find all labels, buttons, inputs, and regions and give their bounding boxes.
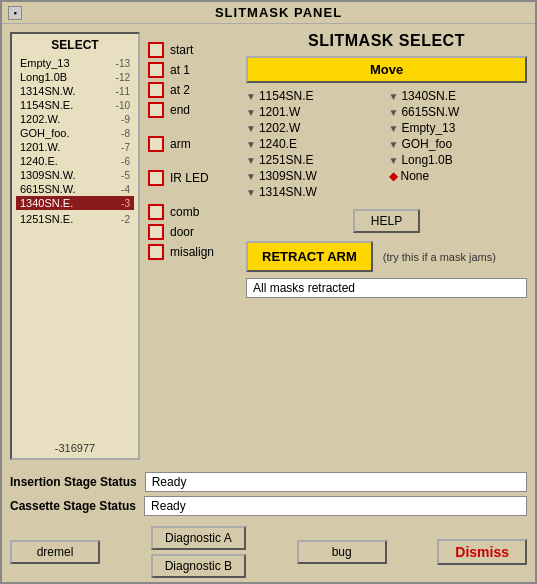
select-item[interactable]: 1309SN.W.-5 <box>16 168 134 182</box>
mask-item[interactable]: ▼GOH_foo <box>389 137 528 151</box>
mask-arrow: ▼ <box>389 123 399 134</box>
select-item-num: -10 <box>110 100 130 111</box>
checkbox-row-comb: comb <box>148 204 238 220</box>
diagnostic-a-button[interactable]: Diagnostic A <box>151 526 246 550</box>
select-item[interactable]: 1314SN.W.-11 <box>16 84 134 98</box>
select-item-num: -12 <box>110 72 130 83</box>
diagnostic-b-button[interactable]: Diagnostic B <box>151 554 246 578</box>
checkbox-arm[interactable] <box>148 136 164 152</box>
select-panel: SELECT Empty_13-13Long1.0B-121314SN.W.-1… <box>10 32 140 460</box>
select-item[interactable]: 1340SN.E.-3 <box>16 196 134 210</box>
select-item[interactable]: 6615SN.W.-4 <box>16 182 134 196</box>
select-item-num: -5 <box>110 170 130 181</box>
mask-item[interactable]: ▼Long1.0B <box>389 153 528 167</box>
dremel-button[interactable]: dremel <box>10 540 100 564</box>
select-item[interactable]: 1251SN.E.-2 <box>16 212 134 226</box>
select-bottom-num: -316977 <box>55 442 95 454</box>
checkbox-row-at1: at 1 <box>148 62 238 78</box>
checkbox-row-at2: at 2 <box>148 82 238 98</box>
mask-arrow: ▼ <box>389 91 399 102</box>
slitmask-panel-window: ▪ SLITMASK PANEL SELECT Empty_13-13Long1… <box>0 0 537 584</box>
checkbox-label-at1: at 1 <box>170 63 190 77</box>
window-icon[interactable]: ▪ <box>8 6 22 20</box>
mask-item[interactable]: ◆None <box>389 169 528 183</box>
title-bar: ▪ SLITMASK PANEL <box>2 2 535 24</box>
select-item-name: 1240.E. <box>20 155 110 167</box>
select-item-num: -9 <box>110 114 130 125</box>
checkbox-misalign[interactable] <box>148 244 164 260</box>
mask-arrow: ▼ <box>246 139 256 150</box>
mask-item[interactable]: ▼1251SN.E <box>246 153 385 167</box>
mask-arrow: ▼ <box>246 91 256 102</box>
checkbox-row-end: end <box>148 102 238 118</box>
select-list: Empty_13-13Long1.0B-121314SN.W.-111154SN… <box>16 56 134 440</box>
mask-name: 6615SN.W <box>401 105 459 119</box>
select-item-name: 1202.W. <box>20 113 110 125</box>
mask-grid: ▼1154SN.E▼1340SN.E▼1201.W▼6615SN.W▼1202.… <box>246 89 527 199</box>
select-item[interactable]: 1154SN.E.-10 <box>16 98 134 112</box>
retract-arm-button[interactable]: RETRACT ARM <box>246 241 373 272</box>
middle-panel: startat 1at 2endarmIR LEDcombdoormisalig… <box>148 32 238 460</box>
select-item[interactable]: 1240.E.-6 <box>16 154 134 168</box>
mask-item[interactable]: ▼1201.W <box>246 105 385 119</box>
checkbox-row-start: start <box>148 42 238 58</box>
mask-arrow: ▼ <box>389 155 399 166</box>
select-item-num: -8 <box>110 128 130 139</box>
select-item-name: 1309SN.W. <box>20 169 110 181</box>
select-item[interactable]: Empty_13-13 <box>16 56 134 70</box>
mask-item[interactable]: ▼1202.W <box>246 121 385 135</box>
mask-item[interactable]: ▼1309SN.W <box>246 169 385 183</box>
dismiss-button[interactable]: Dismiss <box>437 539 527 565</box>
checkbox-irled[interactable] <box>148 170 164 186</box>
select-item-num: -11 <box>110 86 130 97</box>
checkbox-start[interactable] <box>148 42 164 58</box>
masks-status-box: All masks retracted <box>246 278 527 298</box>
select-item[interactable]: 1202.W.-9 <box>16 112 134 126</box>
button-row: dremel Diagnostic A Diagnostic B bug Dis… <box>2 520 535 582</box>
mask-arrow: ▼ <box>389 139 399 150</box>
select-item[interactable]: 1201.W.-7 <box>16 140 134 154</box>
insertion-stage-label: Insertion Stage Status <box>10 475 137 489</box>
checkbox-end[interactable] <box>148 102 164 118</box>
checkbox-label-end: end <box>170 103 190 117</box>
select-item-name: 1314SN.W. <box>20 85 110 97</box>
select-item-num: -4 <box>110 184 130 195</box>
mask-name: 1240.E <box>259 137 297 151</box>
checkbox-label-arm: arm <box>170 137 191 151</box>
mask-item[interactable]: ▼6615SN.W <box>389 105 528 119</box>
mask-item[interactable]: ▼1340SN.E <box>389 89 528 103</box>
select-item-name: Empty_13 <box>20 57 110 69</box>
mask-item[interactable]: ▼1154SN.E <box>246 89 385 103</box>
cassette-stage-row: Cassette Stage Status Ready <box>10 496 527 516</box>
select-item[interactable]: GOH_foo.-8 <box>16 126 134 140</box>
mask-arrow: ◆ <box>389 169 398 183</box>
checkbox-label-start: start <box>170 43 193 57</box>
select-item-name: 6615SN.W. <box>20 183 110 195</box>
move-button[interactable]: Move <box>246 56 527 83</box>
right-panel: SLITMASK SELECT Move ▼1154SN.E▼1340SN.E▼… <box>246 32 527 460</box>
select-item-num: -3 <box>110 198 130 209</box>
mask-item[interactable]: ▼1314SN.W <box>246 185 385 199</box>
bottom-section: Insertion Stage Status Ready Cassette St… <box>2 468 535 520</box>
retract-note: (try this if a mask jams) <box>383 251 496 263</box>
mask-arrow: ▼ <box>246 187 256 198</box>
select-item-name: 1340SN.E. <box>20 197 110 209</box>
retract-row: RETRACT ARM (try this if a mask jams) <box>246 241 527 272</box>
checkbox-at1[interactable] <box>148 62 164 78</box>
checkbox-at2[interactable] <box>148 82 164 98</box>
checkbox-row-door: door <box>148 224 238 240</box>
checkbox-comb[interactable] <box>148 204 164 220</box>
mask-item[interactable]: ▼Empty_13 <box>389 121 528 135</box>
select-item[interactable]: Long1.0B-12 <box>16 70 134 84</box>
mask-name: GOH_foo <box>401 137 452 151</box>
bug-button[interactable]: bug <box>297 540 387 564</box>
mask-item[interactable]: ▼1240.E <box>246 137 385 151</box>
main-content: SELECT Empty_13-13Long1.0B-121314SN.W.-1… <box>2 24 535 468</box>
mask-name: Long1.0B <box>401 153 452 167</box>
mask-name: 1201.W <box>259 105 300 119</box>
mask-arrow: ▼ <box>246 107 256 118</box>
select-item-num: -2 <box>110 214 130 225</box>
help-button[interactable]: HELP <box>353 209 420 233</box>
checkbox-row-misalign: misalign <box>148 244 238 260</box>
checkbox-door[interactable] <box>148 224 164 240</box>
